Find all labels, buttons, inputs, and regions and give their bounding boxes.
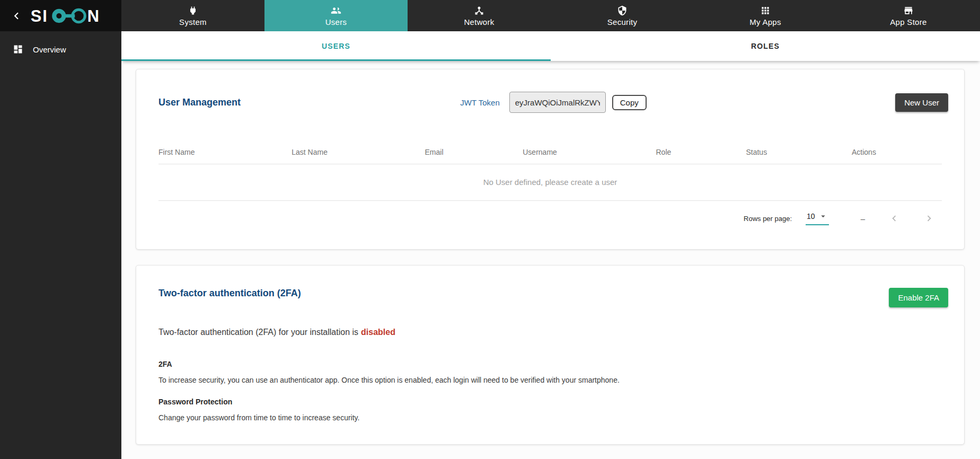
subtab-roles[interactable]: ROLES	[551, 31, 980, 61]
subtab-label: ROLES	[751, 42, 780, 50]
section-body-password-protection: Change your password from time to time t…	[136, 406, 964, 422]
tab-my-apps[interactable]: My Apps	[694, 0, 837, 31]
tab-label: Network	[464, 17, 494, 27]
apps-grid-icon	[760, 5, 771, 16]
main-area: System Users Network Security	[121, 0, 980, 459]
people-icon	[331, 5, 341, 16]
column-header-actions: Actions	[852, 143, 942, 164]
tab-label: Security	[607, 17, 638, 27]
rows-per-page-label: Rows per page:	[744, 215, 792, 223]
column-header-role: Role	[656, 143, 746, 164]
empty-state-row: No User defined, please create a user	[158, 164, 942, 201]
users-table: First Name Last Name Email Username Role…	[158, 143, 942, 201]
back-button[interactable]	[7, 7, 25, 25]
storefront-icon	[903, 5, 914, 16]
two-factor-card: Two-factor authentication (2FA) Enable 2…	[136, 265, 965, 445]
tab-label: App Store	[890, 17, 926, 27]
rows-per-page-select[interactable]: 10	[806, 211, 829, 225]
subtab-users[interactable]: USERS	[121, 31, 551, 61]
jwt-token-input[interactable]	[509, 92, 606, 113]
jwt-token-group: JWT Token Copy	[460, 92, 647, 113]
two-factor-header: Two-factor authentication (2FA) Enable 2…	[136, 266, 964, 307]
column-header-last-name: Last Name	[292, 143, 425, 164]
status-prefix: Two-factor authentication (2FA) for your…	[158, 328, 358, 337]
new-user-button[interactable]: New User	[895, 93, 948, 112]
user-management-title: User Management	[158, 97, 460, 108]
status-value: disabled	[361, 328, 395, 337]
section-heading-2fa: 2FA	[136, 337, 964, 368]
pagination: Rows per page: 10 –	[136, 201, 964, 249]
column-header-status: Status	[746, 143, 852, 164]
sidebar-item-label: Overview	[33, 45, 66, 54]
caret-down-icon	[818, 211, 828, 221]
column-header-email: Email	[425, 143, 523, 164]
svg-text:SI: SI	[31, 6, 48, 25]
chevron-right-icon	[923, 213, 935, 224]
tab-app-store[interactable]: App Store	[837, 0, 980, 31]
chevron-left-icon	[888, 213, 900, 224]
content-area: User Management JWT Token Copy New User	[121, 61, 980, 459]
pagination-range: –	[861, 214, 865, 223]
column-header-username: Username	[523, 143, 656, 164]
table-header-row: First Name Last Name Email Username Role…	[158, 143, 942, 164]
plug-icon	[188, 5, 198, 16]
copy-button[interactable]: Copy	[612, 95, 647, 110]
device-hub-icon	[474, 5, 484, 16]
tab-network[interactable]: Network	[408, 0, 551, 31]
header-right-zone: New User	[647, 93, 948, 112]
app-root: SI N Overview System	[0, 0, 980, 459]
rows-per-page-value: 10	[807, 212, 815, 220]
tab-system[interactable]: System	[121, 0, 264, 31]
enable-2fa-button[interactable]: Enable 2FA	[889, 288, 948, 307]
top-navigation: System Users Network Security	[121, 0, 980, 31]
tab-label: My Apps	[749, 17, 781, 27]
two-factor-title: Two-factor authentication (2FA)	[158, 288, 889, 299]
jwt-token-label: JWT Token	[460, 98, 499, 107]
two-factor-status-line: Two-factor authentication (2FA) for your…	[136, 307, 964, 337]
dashboard-icon	[13, 44, 23, 55]
column-header-first-name: First Name	[158, 143, 292, 164]
sicon-logo: SI N	[30, 5, 102, 27]
empty-state-message: No User defined, please create a user	[158, 164, 942, 201]
next-page-button[interactable]	[923, 213, 935, 224]
sidebar-header: SI N	[0, 0, 121, 31]
sub-tabs: USERS ROLES	[121, 31, 980, 61]
user-management-card: User Management JWT Token Copy New User	[136, 69, 965, 250]
shield-icon	[617, 5, 628, 16]
sidebar-item-overview[interactable]: Overview	[0, 31, 121, 55]
subtab-label: USERS	[322, 42, 350, 50]
previous-page-button[interactable]	[888, 213, 900, 224]
sidebar: SI N Overview	[0, 0, 121, 459]
svg-text:N: N	[87, 6, 99, 25]
tab-label: Users	[325, 17, 347, 27]
user-management-header: User Management JWT Token Copy New User	[136, 69, 964, 113]
tab-security[interactable]: Security	[551, 0, 694, 31]
tab-users[interactable]: Users	[264, 0, 408, 31]
section-body-2fa: To increase security, you can use an aut…	[136, 368, 964, 384]
tab-label: System	[179, 17, 207, 27]
section-heading-password-protection: Password Protection	[136, 384, 964, 406]
chevron-left-icon	[10, 9, 23, 23]
